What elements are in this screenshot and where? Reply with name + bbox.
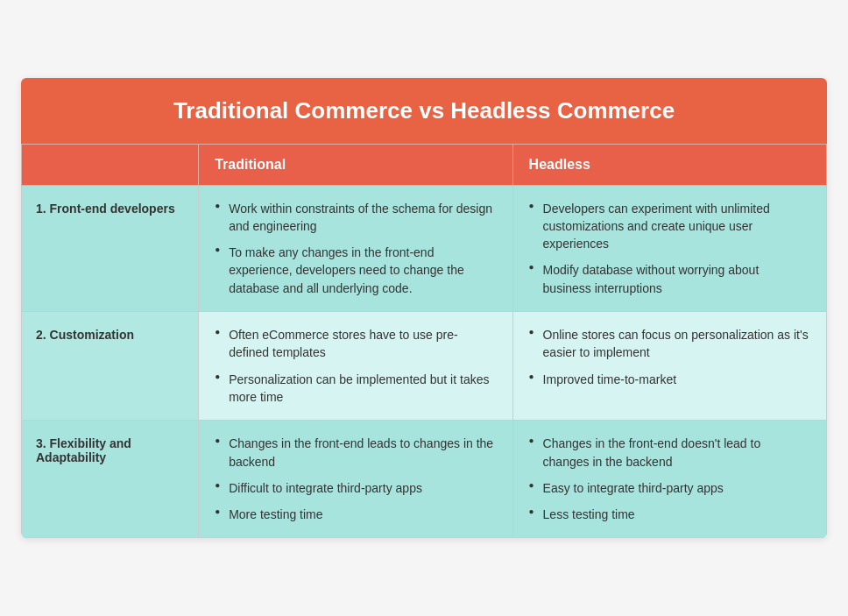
row-traditional-cell: Changes in the front-end leads to change…	[199, 421, 512, 538]
table-row: 2. CustomizationOften eCommerce stores h…	[22, 312, 827, 421]
list-item: Less testing time	[529, 506, 810, 523]
header-headless: Headless	[512, 144, 826, 185]
list-item: Changes in the front-end leads to change…	[215, 435, 496, 471]
list-item: Easy to integrate third-party apps	[529, 479, 810, 497]
list-item: Online stores can focus on personalizati…	[529, 326, 810, 362]
table-row: 1. Front-end developersWork within const…	[22, 185, 827, 311]
table-row: 3. Flexibility and AdaptabilityChanges i…	[22, 421, 827, 538]
header-category	[22, 144, 199, 185]
list-item: Changes in the front-end doesn't lead to…	[529, 435, 810, 471]
list-item: To make any changes in the front-end exp…	[215, 244, 496, 297]
list-item: Difficult to integrate third-party apps	[215, 479, 496, 497]
list-item: Work within constraints of the schema fo…	[215, 200, 496, 236]
row-traditional-cell: Work within constraints of the schema fo…	[199, 185, 512, 311]
list-item: Developers can experiment with unlimited…	[529, 200, 810, 253]
row-headless-cell: Developers can experiment with unlimited…	[512, 185, 826, 311]
row-headless-cell: Online stores can focus on personalizati…	[512, 312, 826, 421]
row-label: 1. Front-end developers	[22, 185, 199, 311]
page-title: Traditional Commerce vs Headless Commerc…	[21, 78, 827, 144]
row-traditional-cell: Often eCommerce stores have to use pre-d…	[199, 312, 512, 421]
table-header: Traditional Headless	[22, 144, 827, 185]
main-container: Traditional Commerce vs Headless Commerc…	[21, 78, 827, 539]
list-item: Often eCommerce stores have to use pre-d…	[215, 326, 496, 362]
header-traditional: Traditional	[199, 144, 512, 185]
comparison-table: Traditional Headless 1. Front-end develo…	[21, 144, 827, 539]
list-item: Improved time-to-market	[529, 371, 810, 388]
row-label: 3. Flexibility and Adaptability	[22, 421, 199, 538]
list-item: More testing time	[215, 506, 496, 523]
list-item: Personalization can be implemented but i…	[215, 371, 496, 407]
row-headless-cell: Changes in the front-end doesn't lead to…	[512, 421, 826, 538]
list-item: Modify database without worrying about b…	[529, 261, 810, 297]
row-label: 2. Customization	[22, 312, 199, 421]
